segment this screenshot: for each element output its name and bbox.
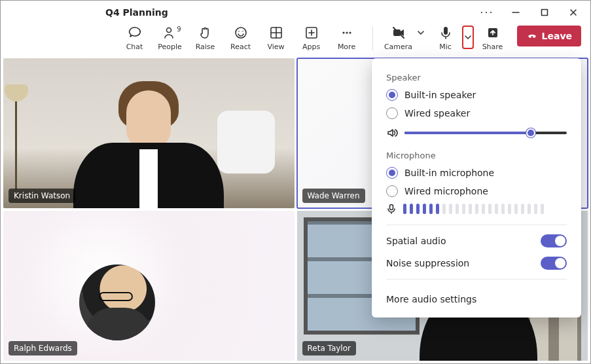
svg-rect-0 (542, 10, 548, 16)
toolbar-separator (372, 27, 373, 50)
participant-name: Wade Warren (302, 189, 365, 203)
people-button[interactable]: 9 People (154, 24, 187, 51)
svg-point-7 (349, 31, 351, 33)
leave-label: Leave (542, 31, 572, 41)
microphone-option-label: Wired microphone (404, 186, 488, 196)
people-icon: 9 (163, 26, 177, 40)
react-icon (234, 26, 248, 40)
radio-unselected-icon (386, 185, 398, 197)
noise-suppression-label: Noise suppression (386, 258, 469, 268)
window-close-button[interactable] (559, 3, 588, 22)
camera-button[interactable]: Camera (382, 24, 415, 51)
svg-point-6 (346, 31, 348, 33)
apps-icon (304, 26, 319, 40)
spatial-audio-toggle[interactable] (541, 234, 567, 247)
speaker-option-builtin[interactable]: Built-in speaker (386, 89, 567, 101)
svg-point-5 (342, 31, 344, 33)
participant-tile[interactable]: Ralph Edwards (3, 211, 295, 361)
mic-level-meter (403, 204, 544, 214)
volume-icon (386, 127, 398, 139)
view-button[interactable]: View (260, 24, 293, 51)
chat-icon (128, 26, 142, 40)
mic-label: Mic (439, 43, 452, 51)
audio-settings-panel: Speaker Built-in speaker Wired speaker M… (372, 58, 581, 318)
camera-label: Camera (384, 43, 412, 51)
divider (386, 225, 567, 225)
mic-button[interactable]: Mic (429, 24, 462, 51)
people-label: People (158, 43, 182, 51)
participant-name: Kristin Watson (9, 189, 75, 203)
participant-name: Ralph Edwards (9, 341, 77, 355)
avatar (79, 264, 155, 340)
microphone-option-builtin[interactable]: Built-in microphone (386, 167, 567, 179)
window-more-button[interactable]: ··· (473, 3, 501, 22)
spatial-audio-label: Spatial audio (386, 236, 446, 246)
more-label: More (338, 43, 355, 51)
react-label: React (230, 43, 251, 51)
radio-selected-icon (386, 89, 398, 101)
apps-label: Apps (302, 43, 320, 51)
react-button[interactable]: React (224, 24, 257, 51)
raise-button[interactable]: Raise (189, 24, 222, 51)
leave-icon (526, 30, 538, 42)
more-icon (340, 26, 354, 40)
microphone-option-wired[interactable]: Wired microphone (386, 185, 567, 197)
meeting-title: Q4 Planning (105, 7, 168, 18)
radio-unselected-icon (386, 107, 398, 119)
more-button[interactable]: More (331, 24, 363, 51)
window-minimize-button[interactable] (501, 3, 530, 22)
people-count: 9 (177, 26, 181, 33)
view-icon (269, 26, 283, 40)
meeting-toolbar: Chat 9 People Raise React View Apps (1, 24, 590, 58)
apps-button[interactable]: Apps (295, 24, 328, 51)
raise-label: Raise (196, 43, 215, 51)
speaker-option-label: Wired speaker (404, 108, 470, 118)
svg-point-1 (166, 28, 171, 33)
radio-selected-icon (386, 167, 398, 179)
microphone-icon (386, 204, 397, 214)
share-label: Share (482, 43, 503, 51)
participant-name: Reta Taylor (302, 341, 356, 355)
speaker-option-wired[interactable]: Wired speaker (386, 107, 567, 119)
more-audio-settings-link[interactable]: More audio settings (386, 287, 567, 307)
view-label: View (267, 43, 284, 51)
volume-slider[interactable] (404, 132, 567, 134)
window-maximize-button[interactable] (530, 3, 559, 22)
divider (386, 279, 567, 280)
chat-label: Chat (126, 43, 143, 51)
participant-tile[interactable]: Kristin Watson (3, 58, 295, 208)
microphone-option-label: Built-in microphone (404, 168, 494, 178)
noise-suppression-toggle[interactable] (541, 257, 567, 270)
titlebar: Q4 Planning ··· (1, 1, 590, 24)
speaker-option-label: Built-in speaker (404, 90, 476, 100)
chat-button[interactable]: Chat (118, 24, 151, 51)
share-icon (486, 26, 500, 40)
svg-rect-11 (390, 205, 393, 210)
speaker-section-label: Speaker (386, 73, 567, 82)
leave-button[interactable]: Leave (517, 26, 581, 46)
raise-hand-icon (198, 26, 213, 40)
camera-options-button[interactable] (415, 26, 427, 40)
share-button[interactable]: Share (476, 24, 509, 51)
mic-icon (439, 26, 453, 40)
mic-options-button[interactable] (462, 26, 474, 49)
camera-off-icon (391, 26, 406, 40)
microphone-section-label: Microphone (386, 151, 567, 160)
svg-rect-9 (444, 27, 448, 35)
